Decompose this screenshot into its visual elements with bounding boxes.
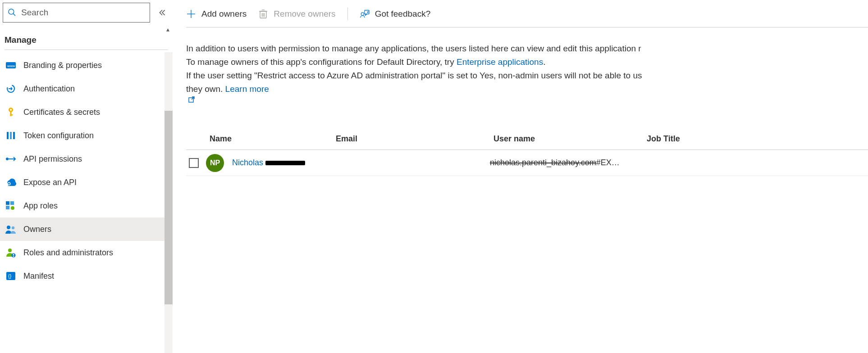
svg-rect-10	[10, 132, 12, 139]
plus-icon	[186, 9, 196, 19]
toolbar-label: Got feedback?	[375, 9, 431, 19]
svg-point-0	[9, 9, 14, 14]
divider	[5, 50, 168, 50]
svg-rect-24	[13, 254, 14, 255]
owner-name-text: Nicholas	[232, 158, 263, 167]
external-link-icon	[188, 96, 195, 103]
svg-line-1	[13, 14, 15, 16]
sidebar-item-certificates[interactable]: Certificates & secrets	[0, 100, 173, 124]
remove-owners-button: Remove owners	[258, 9, 335, 19]
sidebar-item-label: Manifest	[23, 272, 54, 281]
col-header-user[interactable]: User name	[493, 134, 647, 144]
svg-rect-17	[10, 201, 14, 205]
toolbar-label: Add owners	[201, 9, 247, 19]
app-roles-icon	[5, 200, 16, 211]
search-icon	[8, 8, 17, 17]
sidebar-item-roles-admins[interactable]: Roles and administrators	[0, 241, 173, 264]
svg-point-15	[8, 183, 10, 185]
sidebar-item-token-config[interactable]: Token configuration	[0, 124, 173, 147]
redacted-username: nicholas.parenti_bizahoy.com	[490, 158, 596, 167]
table-row[interactable]: NP Nicholas nicholas.parenti_bizahoy.com…	[186, 150, 868, 176]
toolbar-label: Remove owners	[274, 9, 335, 19]
auth-icon	[5, 83, 16, 94]
sidebar-nav: ▴ Manage www Branding & properties Authe…	[0, 25, 173, 353]
sidebar-item-manifest[interactable]: {} Manifest	[0, 264, 173, 288]
redacted-text	[265, 161, 305, 165]
sidebar-item-label: Roles and administrators	[23, 248, 113, 258]
row-checkbox[interactable]	[189, 158, 199, 168]
sidebar: ▴ Manage www Branding & properties Authe…	[0, 0, 173, 353]
desc-line: If the user setting "Restrict access to …	[186, 71, 642, 80]
main-pane: Add owners Remove owners Got feedback? I…	[173, 0, 868, 353]
command-bar: Add owners Remove owners Got feedback?	[186, 0, 868, 27]
owners-icon	[5, 224, 16, 235]
scrollbar-thumb[interactable]	[164, 111, 173, 304]
enterprise-apps-link[interactable]: Enterprise applications	[457, 57, 543, 67]
svg-point-19	[11, 206, 14, 210]
sidebar-item-authentication[interactable]: Authentication	[0, 77, 173, 100]
svg-point-36	[361, 13, 364, 15]
collapse-sidebar-button[interactable]	[158, 9, 168, 17]
svg-rect-16	[6, 201, 9, 205]
key-icon	[5, 107, 16, 118]
desc-line: To manage owners of this app's configura…	[186, 57, 457, 67]
owner-name-link[interactable]: Nicholas	[232, 158, 305, 167]
svg-point-22	[8, 249, 12, 252]
sidebar-item-api-permissions[interactable]: API permissions	[0, 147, 173, 171]
svg-point-20	[7, 226, 10, 229]
sidebar-item-label: Expose an API	[23, 178, 77, 187]
search-input[interactable]	[21, 8, 145, 18]
svg-point-6	[10, 109, 12, 111]
svg-rect-9	[7, 132, 9, 139]
scroll-up-icon[interactable]: ▴	[166, 26, 169, 32]
sidebar-section-title: Manage	[0, 25, 173, 50]
sidebar-item-owners[interactable]: Owners	[0, 217, 173, 241]
search-box[interactable]	[3, 3, 150, 23]
sidebar-item-app-roles[interactable]: App roles	[0, 194, 173, 217]
feedback-icon	[360, 9, 370, 19]
owner-username: nicholas.parenti_bizahoy.com#EX…	[490, 158, 643, 167]
col-header-job[interactable]: Job Title	[647, 134, 701, 144]
owners-table: Name Email User name Job Title NP Nichol…	[186, 128, 868, 176]
username-suffix: #EX…	[596, 158, 620, 167]
sidebar-scrollbar[interactable]	[164, 52, 173, 353]
add-owners-button[interactable]: Add owners	[186, 9, 247, 19]
table-header-row: Name Email User name Job Title	[186, 128, 868, 150]
svg-rect-11	[13, 132, 15, 139]
svg-text:www: www	[7, 64, 15, 68]
search-row	[0, 0, 173, 25]
sidebar-item-expose-api[interactable]: Expose an API	[0, 171, 173, 194]
desc-line: In addition to users with permission to …	[186, 44, 641, 53]
sidebar-item-label: Token configuration	[23, 131, 94, 140]
avatar: NP	[206, 154, 224, 172]
sidebar-item-label: API permissions	[23, 154, 82, 164]
sidebar-item-branding[interactable]: www Branding & properties	[0, 54, 173, 77]
sidebar-item-label: Authentication	[23, 84, 75, 94]
api-perm-icon	[5, 154, 16, 164]
token-icon	[5, 130, 16, 141]
roles-admin-icon	[5, 247, 16, 258]
svg-point-12	[6, 158, 9, 160]
trash-icon	[258, 9, 268, 19]
svg-text:{}: {}	[8, 273, 12, 279]
expose-api-icon	[5, 177, 16, 188]
feedback-button[interactable]: Got feedback?	[360, 9, 431, 19]
col-header-name[interactable]: Name	[210, 134, 336, 144]
sidebar-item-label: Certificates & secrets	[23, 108, 100, 117]
manifest-icon: {}	[5, 271, 16, 281]
col-header-email[interactable]: Email	[336, 134, 493, 144]
svg-rect-25	[13, 256, 14, 257]
sidebar-item-label: App roles	[23, 201, 58, 211]
learn-more-link[interactable]: Learn more	[186, 84, 868, 103]
svg-line-39	[192, 97, 194, 100]
desc-line: .	[543, 57, 545, 67]
toolbar-separator	[347, 8, 348, 20]
svg-rect-18	[6, 206, 9, 209]
description-text: In addition to users with permission to …	[186, 27, 868, 107]
svg-rect-8	[10, 114, 13, 116]
link-label: Learn more	[225, 84, 269, 94]
svg-point-21	[12, 226, 14, 229]
sidebar-item-label: Branding & properties	[23, 61, 102, 70]
desc-line: they own.	[186, 84, 225, 94]
branding-icon: www	[5, 60, 16, 71]
